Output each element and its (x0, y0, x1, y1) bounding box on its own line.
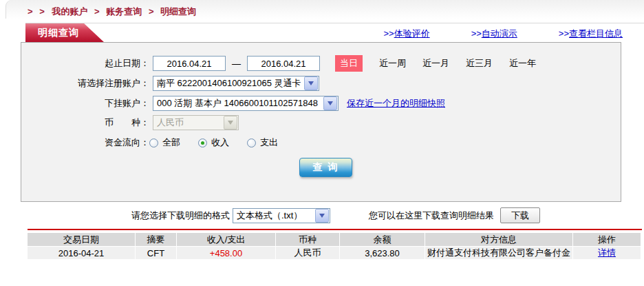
download-hint: 您可以在这里下载查询明细结果 (369, 210, 494, 222)
currency-value: 人民币 (157, 116, 184, 129)
date-separator: — (232, 59, 241, 69)
link-view-column-info[interactable]: >>查看栏目信息 (559, 28, 623, 40)
breadcrumb-item-account-query[interactable]: 账务查询 (106, 6, 142, 17)
link-label: 自动演示 (482, 28, 517, 39)
cell-counterparty: 财付通支付科技有限公司客户备付金 (425, 247, 573, 259)
top-links: >>体验评价 >>自动演示 >>查看栏目信息 (383, 28, 623, 40)
sub-account-value: 000 活期 基本户 1406600101102571848 (157, 97, 318, 110)
flow-option-expense[interactable]: 支出 (247, 136, 278, 149)
sub-account-select[interactable]: 000 活期 基本户 1406600101102571848 (153, 96, 339, 111)
flow-option-all[interactable]: 全部 (149, 136, 180, 149)
header-divider (25, 23, 644, 23)
download-format-select[interactable]: 文本格式（.txt） (233, 208, 330, 223)
page: > > 我的账户 > 账务查询 > 明细查询 明细查询 >>体验评价 >>自动演… (0, 0, 644, 286)
breadcrumb-prefix: > > (28, 6, 47, 17)
red-divider (28, 229, 642, 230)
register-account-label: 请选择注册账户： (21, 77, 149, 90)
flow-option-income[interactable]: 收入 (198, 136, 229, 149)
cell-balance: 3,623.80 (340, 247, 425, 259)
register-account-value: 南平 6222001406100921065 灵通卡 (157, 77, 301, 90)
col-header-counterparty: 对方信息 (425, 233, 573, 246)
tab-detail-query: 明细查询 (25, 23, 105, 43)
date-to-input[interactable] (247, 56, 320, 71)
link-prefix: >> (559, 28, 569, 39)
snapshot-link[interactable]: 保存近一个月的明细快照 (347, 97, 445, 110)
flow-direction-label: 资金流向： (21, 136, 149, 149)
link-auto-demo[interactable]: >>自动演示 (471, 28, 517, 40)
quick-range-month[interactable]: 近一月 (422, 57, 449, 70)
flow-option-label[interactable]: 支出 (260, 136, 278, 149)
chevron-down-icon[interactable] (323, 96, 337, 110)
table-row: 2016-04-21 CFT +458.00 人民币 3,623.80 财付通支… (28, 247, 641, 259)
date-from-input[interactable] (153, 56, 226, 71)
link-label: 体验评价 (394, 28, 430, 39)
register-account-select[interactable]: 南平 6222001406100921065 灵通卡 (153, 76, 319, 91)
flow-option-label[interactable]: 全部 (162, 136, 180, 149)
chevron-down-icon (224, 116, 237, 130)
link-label: 查看栏目信息 (569, 28, 623, 39)
register-account-row: 请选择注册账户： 南平 6222001406100921065 灵通卡 (21, 75, 621, 92)
chevron-down-icon[interactable] (315, 209, 329, 223)
currency-row: 币 种： 人民币 (21, 114, 621, 131)
breadcrumb-separator: > (94, 6, 100, 17)
flow-radio-1[interactable] (198, 139, 207, 147)
table-header-row: 交易日期 摘要 收入/支出 币种 余额 对方信息 操作 (28, 233, 641, 246)
col-header-summary: 摘要 (136, 233, 177, 246)
cell-action: 详情 (573, 247, 641, 259)
query-button[interactable]: 查 询 (299, 158, 352, 177)
breadcrumb-item-my-account[interactable]: 我的账户 (52, 6, 87, 17)
col-header-currency: 币种 (276, 233, 340, 246)
breadcrumb-item-detail-query[interactable]: 明细查询 (160, 6, 196, 17)
flow-direction-row: 资金流向： 全部 收入 支出 (21, 134, 621, 151)
cell-amount: +458.00 (177, 247, 276, 259)
download-format-value: 文本格式（.txt） (237, 210, 302, 222)
col-header-action: 操作 (573, 233, 641, 246)
col-header-balance: 余额 (340, 233, 425, 246)
date-range-label: 起止日期： (21, 57, 149, 70)
date-range-row: 起止日期： — 当日 近一周 近一月 近三月 近一年 (21, 55, 621, 72)
query-form-panel: 起止日期： — 当日 近一周 近一月 近三月 近一年 请选择注册账户： 南平 6… (21, 42, 621, 202)
download-button[interactable]: 下载 (500, 207, 540, 223)
detail-link[interactable]: 详情 (598, 247, 616, 259)
link-prefix: >> (471, 28, 482, 39)
flow-radio-2[interactable] (247, 139, 256, 147)
link-prefix: >> (383, 28, 394, 39)
sub-account-label: 下挂账户： (21, 97, 149, 110)
link-experience-review[interactable]: >>体验评价 (383, 28, 429, 40)
currency-select: 人民币 (153, 115, 239, 130)
result-table: 交易日期 摘要 收入/支出 币种 余额 对方信息 操作 2016-04-21 C… (28, 233, 641, 259)
currency-label: 币 种： (21, 116, 149, 129)
quick-range-week[interactable]: 近一周 (379, 57, 406, 70)
breadcrumb: > > 我的账户 > 账务查询 > 明细查询 (28, 6, 196, 18)
sub-account-row: 下挂账户： 000 活期 基本户 1406600101102571848 保存近… (21, 95, 621, 112)
flow-option-label[interactable]: 收入 (211, 136, 229, 149)
breadcrumb-separator: > (149, 6, 154, 17)
col-header-amount: 收入/支出 (177, 233, 276, 246)
quick-range-year[interactable]: 近一年 (509, 57, 536, 70)
cell-date: 2016-04-21 (28, 247, 136, 259)
cell-currency: 人民币 (276, 247, 340, 259)
quick-range-today[interactable]: 当日 (335, 55, 363, 72)
tab-title: 明细查询 (38, 27, 79, 39)
flow-radio-0[interactable] (149, 139, 158, 147)
chevron-down-icon[interactable] (304, 76, 318, 90)
download-row: 请您选择下载明细的格式 文本格式（.txt） 您可以在这里下载查询明细结果 下载 (0, 207, 644, 223)
quick-range-quarter[interactable]: 近三月 (466, 57, 493, 70)
download-format-label: 请您选择下载明细的格式 (131, 210, 230, 222)
cell-summary: CFT (136, 247, 177, 259)
col-header-date: 交易日期 (28, 233, 136, 246)
